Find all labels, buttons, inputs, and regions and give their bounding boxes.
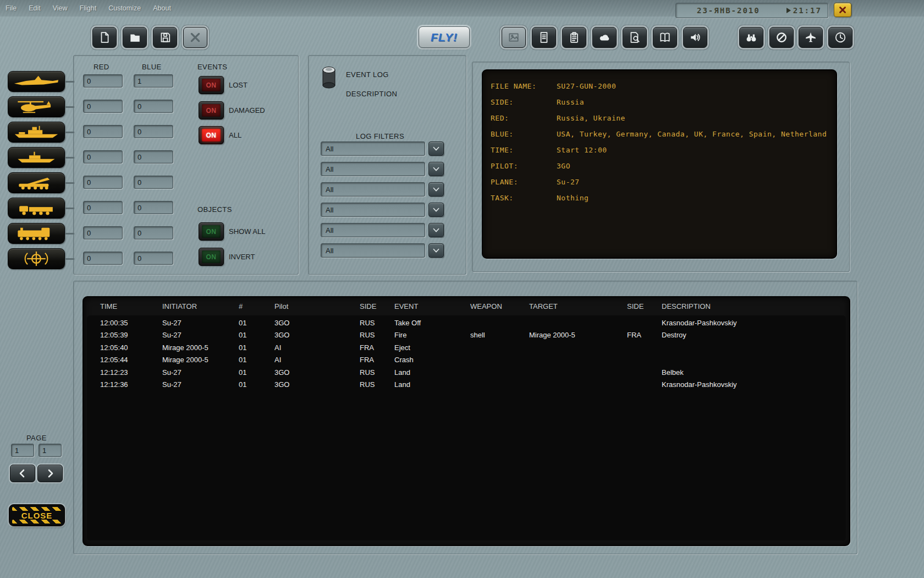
log-filter-input[interactable]: [321, 162, 425, 176]
debriefing-button[interactable]: [562, 27, 586, 48]
aircraft-view-button[interactable]: [799, 27, 823, 48]
close-button[interactable]: CLOSE: [9, 504, 65, 526]
blue-count-input[interactable]: [134, 252, 173, 265]
all-events-toggle[interactable]: ON: [199, 126, 224, 144]
invert-toggle-label: INVERT: [229, 248, 255, 266]
window-close-button[interactable]: [834, 3, 851, 17]
blue-count-input[interactable]: [134, 125, 173, 138]
column-header: TIME: [100, 302, 162, 310]
red-count-input[interactable]: [83, 100, 123, 113]
column-header: Pilot: [274, 302, 360, 310]
blue-count-input[interactable]: [134, 201, 173, 214]
invert-toggle[interactable]: ON: [199, 248, 224, 266]
menu-file[interactable]: File: [6, 4, 16, 12]
menu-view[interactable]: View: [53, 4, 68, 12]
open-mission-button[interactable]: [123, 27, 147, 48]
log-filter-input[interactable]: [321, 243, 425, 258]
log-filter-dropdown-button[interactable]: [428, 203, 444, 217]
blue-count-input[interactable]: [134, 176, 173, 189]
speaker-icon: [689, 31, 701, 43]
cell-weapon: [470, 379, 529, 391]
log-filter-dropdown-button[interactable]: [428, 223, 444, 237]
log-filter-dropdown-button[interactable]: [428, 162, 444, 176]
event-row[interactable]: 12:00:35Su-27013GORUSTake OffKrasnodar-P…: [87, 317, 846, 329]
weather-button[interactable]: [592, 27, 617, 48]
air-defense-icon: [11, 175, 62, 190]
no-entry-icon: [776, 31, 788, 43]
blue-count-input[interactable]: [134, 150, 173, 163]
page-total-input[interactable]: [38, 444, 62, 457]
field-value: Start 12:00: [557, 142, 607, 158]
page-current-input[interactable]: [11, 444, 34, 457]
cell-target-side: [627, 354, 662, 366]
play-icon: [787, 8, 791, 13]
page-next-button[interactable]: [37, 465, 63, 482]
sound-button[interactable]: [683, 27, 707, 48]
briefing-button[interactable]: [532, 27, 556, 48]
lost-toggle[interactable]: ON: [199, 76, 224, 94]
cell-pilot: AI: [274, 354, 360, 366]
event-row[interactable]: 12:12:36Su-27013GORUSLandKrasnodar-Pashk…: [87, 379, 846, 391]
menu-about[interactable]: About: [153, 4, 171, 12]
log-filter-dropdown-button[interactable]: [428, 141, 444, 156]
menu-edit[interactable]: Edit: [29, 4, 41, 12]
log-filter-input[interactable]: [321, 203, 425, 217]
filter-aircraft-button[interactable]: [8, 71, 65, 92]
cell-weapon: [470, 354, 529, 366]
cell-target-side: [627, 379, 662, 391]
blue-count-input[interactable]: [134, 74, 173, 88]
cell-target-side: FRA: [627, 329, 662, 341]
column-header: DESCRIPTION: [662, 302, 849, 310]
red-count-input[interactable]: [83, 252, 123, 265]
red-count-input[interactable]: [83, 201, 123, 214]
filter-warship-button[interactable]: [8, 122, 65, 143]
observe-button[interactable]: [739, 27, 763, 48]
cell-number: 01: [239, 354, 274, 366]
encyclopedia-button[interactable]: [653, 27, 677, 48]
red-count-input[interactable]: [83, 150, 123, 163]
column-header: EVENT: [394, 302, 470, 310]
new-mission-button[interactable]: [92, 27, 117, 48]
red-count-input[interactable]: [83, 74, 123, 88]
log-filter-input[interactable]: [321, 141, 425, 156]
cell-number: 01: [239, 342, 274, 354]
event-row[interactable]: 12:05:44Mirage 2000-501AIFRACrash: [87, 354, 846, 366]
picture-icon: [508, 31, 520, 43]
filter-air-defense-button[interactable]: [8, 172, 65, 193]
blue-count-input[interactable]: [134, 226, 173, 239]
blue-count-input[interactable]: [134, 100, 173, 113]
save-mission-button[interactable]: [153, 27, 177, 48]
image-button: [502, 27, 526, 48]
log-filter-input[interactable]: [321, 223, 425, 237]
event-row[interactable]: 12:05:40Mirage 2000-501AIFRAEject: [87, 342, 846, 354]
filter-train-button[interactable]: [8, 223, 65, 244]
log-filter-dropdown-button[interactable]: [428, 243, 444, 258]
log-search-button[interactable]: [623, 27, 647, 48]
log-filter-input[interactable]: [321, 182, 425, 197]
event-row[interactable]: 12:12:23Su-27013GORUSLandBelbek: [87, 367, 846, 379]
cell-time: 12:12:23: [100, 367, 162, 379]
event-row[interactable]: 12:05:39Su-27013GORUSFireshellMirage 200…: [87, 329, 846, 341]
filter-helicopter-button[interactable]: [8, 96, 65, 117]
filter-weapon-button[interactable]: [8, 248, 65, 269]
show-all-toggle[interactable]: ON: [199, 222, 224, 241]
cell-side: RUS: [360, 329, 394, 341]
menu-customize[interactable]: Customize: [108, 4, 141, 12]
helicopter-icon: [11, 99, 62, 114]
menu-flight[interactable]: Flight: [80, 4, 97, 12]
red-count-input[interactable]: [83, 226, 123, 239]
damaged-toggle[interactable]: ON: [199, 101, 224, 119]
field-value: Russia, Ukraine: [557, 110, 625, 126]
column-header: SIDE: [627, 302, 662, 310]
filter-vehicle-button[interactable]: [8, 198, 65, 219]
fly-button[interactable]: FLY!: [419, 26, 470, 48]
log-filter-dropdown-button[interactable]: [428, 182, 444, 197]
cell-target: Mirage 2000-5: [529, 329, 627, 341]
red-count-input[interactable]: [83, 176, 123, 189]
restricted-button[interactable]: [769, 27, 794, 48]
filter-boat-button[interactable]: [8, 147, 65, 168]
document-magnifier-icon: [629, 31, 641, 43]
red-count-input[interactable]: [83, 125, 123, 138]
time-button[interactable]: [828, 27, 853, 48]
page-prev-button[interactable]: [10, 465, 35, 482]
